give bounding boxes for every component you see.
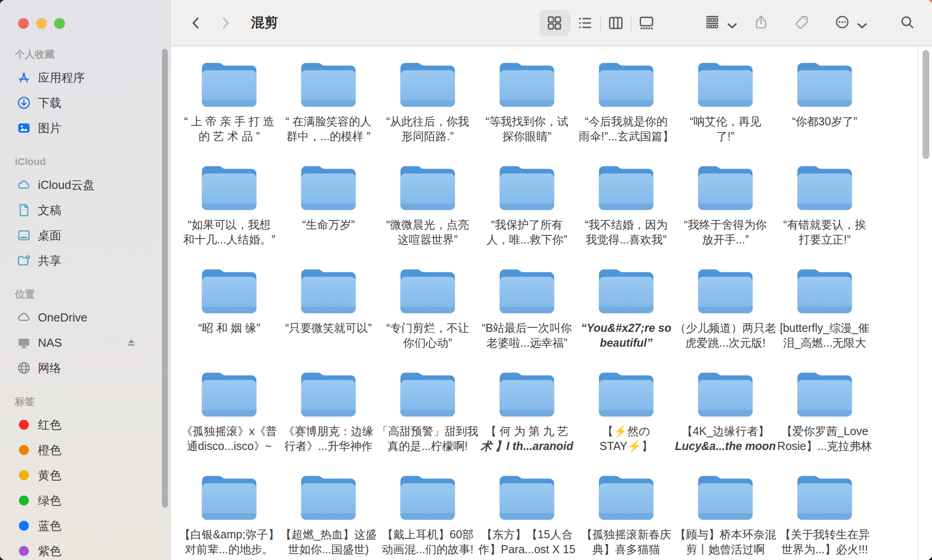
folder-name: 《赛博朋克：边缘行者》...升华神作	[283, 424, 374, 454]
folder-item[interactable]: “生命万岁”	[279, 162, 378, 266]
folder-item[interactable]: “B站最后一次叫你老婆啦...远幸福”	[477, 266, 577, 369]
folder-name-line: “你都30岁了”	[792, 114, 857, 129]
sidebar-item-下载[interactable]: 下载	[0, 90, 160, 115]
folder-item[interactable]: 【超燃_热血】这盛世如你...国盛世)	[279, 472, 378, 560]
folder-item[interactable]: “ 上 帝 亲 手 打 造的 艺 术 品 ”	[180, 59, 279, 162]
folder-name-line: “微微晨光，点亮	[386, 217, 469, 232]
folder-item[interactable]: “如果可以，我想和十几...人结婚。”	[180, 162, 279, 266]
lightning-bolt-emoji: ⚡	[627, 440, 641, 452]
sidebar-item-tag-5[interactable]: 紫色	[0, 538, 160, 560]
folder-icon	[692, 266, 759, 316]
sidebar-item-网络[interactable]: 网络	[0, 355, 160, 381]
forward-button[interactable]	[217, 15, 233, 31]
view-list-button[interactable]	[570, 10, 600, 36]
folder-name: 《孤独摇滚》x《普通disco...isco》~	[181, 424, 277, 454]
folder-item[interactable]: 【⚡然のSTAY⚡】	[577, 369, 676, 472]
folder-name-line: “今后我就是你的	[578, 114, 674, 129]
folder-name-line: 术 】I th...aranoid	[480, 439, 573, 454]
folder-name-line: 作】Para...ost X 15	[478, 542, 575, 557]
folder-item[interactable]: “昭 和 姻 缘”	[180, 266, 279, 369]
folder-item[interactable]: “我不结婚，因为我觉得...喜欢我”	[577, 162, 676, 266]
tag-icon	[794, 14, 811, 32]
folder-item[interactable]: 【爱你罗茜_LoveRosie】...克拉弗林	[775, 369, 874, 472]
sidebar-item-桌面[interactable]: 桌面	[0, 223, 160, 248]
folder-name: “微微晨光，点亮这喧嚣世界”	[386, 217, 469, 247]
folder-item[interactable]: 【孤独摇滚新春庆典】喜多猫猫	[577, 472, 676, 560]
folder-item[interactable]: [butterfly_综漫_催泪_高燃...无限大	[775, 266, 874, 369]
sidebar-item-tag-1[interactable]: 橙色	[0, 437, 160, 463]
folder-icon	[196, 59, 263, 110]
close-button[interactable]	[18, 18, 29, 29]
more-button[interactable]	[835, 14, 864, 32]
share-button[interactable]	[753, 14, 771, 32]
folder-name-line: 放开手...”	[684, 232, 766, 247]
folder-item[interactable]: “我保护了所有人，唯...救下你”	[477, 162, 577, 266]
group-button[interactable]	[705, 14, 734, 32]
view-icons-button[interactable]	[540, 10, 569, 36]
tag-button[interactable]	[794, 14, 811, 32]
sidebar-item-共享[interactable]: 共享	[0, 248, 160, 273]
folder-name: 「高甜预警」甜到我真的是...柠檬啊!	[377, 424, 479, 454]
folder-name: “你都30岁了”	[792, 114, 857, 129]
folder-item[interactable]: 【关于我转生在异世界为...】必火!!!	[775, 472, 874, 560]
folder-name: “我保护了所有人，唯...救下你”	[486, 217, 567, 247]
folder-item[interactable]: “从此往后，你我形同陌路.”	[378, 59, 477, 162]
folder-item[interactable]: 《赛博朋克：边缘行者》...升华神作	[279, 369, 378, 472]
folder-item[interactable]: 「高甜预警」甜到我真的是...柠檬啊!	[378, 369, 477, 472]
sidebar-item-label: 桌面	[38, 228, 61, 243]
folder-item[interactable]: “等我找到你，试探你眼睛”	[477, 59, 577, 162]
folder-item[interactable]: 《孤独摇滚》x《普通disco...isco》~	[180, 369, 279, 472]
sidebar-item-图片[interactable]: 图片	[0, 115, 160, 141]
folder-item[interactable]: “有错就要认，挨打要立正!”	[775, 162, 874, 266]
back-button[interactable]	[189, 15, 204, 31]
folder-name: “You&#x27;re sobeautiful”	[581, 321, 672, 350]
sidebar-item-文稿[interactable]: 文稿	[0, 197, 160, 223]
folder-item[interactable]: 【戴上耳机】60部动画混...们的故事!	[378, 472, 477, 560]
sidebar-item-tag-2[interactable]: 黄色	[0, 463, 160, 488]
folder-item[interactable]: “我终于舍得为你放开手...”	[676, 162, 775, 266]
folder-item[interactable]: 【顾与】桥本环奈混剪丨她曾活过啊	[676, 472, 775, 560]
gallery-view-icon	[638, 15, 655, 31]
folder-name-line: 典】喜多猫猫	[581, 542, 671, 557]
sidebar-item-tag-0[interactable]: 红色	[0, 412, 160, 437]
sidebar-item-OneDrive[interactable]: OneDrive	[0, 305, 160, 330]
folder-item[interactable]: “今后我就是你的雨伞!”...玄武国篇】	[577, 59, 676, 162]
sidebar-item-tag-3[interactable]: 绿色	[0, 488, 160, 513]
minimize-button[interactable]	[36, 18, 47, 29]
zoom-button[interactable]	[54, 18, 65, 29]
eject-icon[interactable]	[125, 336, 138, 349]
folder-name-line: 世界为...】必火!!!	[780, 542, 870, 557]
folder-icon	[593, 369, 660, 419]
folder-item[interactable]: “You&#x27;re sobeautiful”	[577, 266, 676, 369]
folder-name-line: beautiful”	[581, 335, 672, 350]
content-scrollbar[interactable]	[923, 50, 929, 159]
folder-name: “我不结婚，因为我觉得...喜欢我”	[585, 217, 667, 247]
view-gallery-button[interactable]	[632, 10, 661, 36]
folder-item[interactable]: 【白银&amp;弥子】对前辈...的地步。	[180, 472, 279, 560]
folder-grid: “ 上 帝 亲 手 打 造的 艺 术 品 ”“ 在满脸笑容的人群中，...的模样…	[171, 46, 932, 560]
sidebar-scrollbar[interactable]	[162, 49, 168, 508]
folder-item[interactable]: 【4K_边缘行者】Lucy&a...the moon	[676, 369, 775, 472]
folder-name-line: 「高甜预警」甜到我	[377, 424, 479, 439]
folder-icon	[791, 369, 858, 419]
folder-item[interactable]: （少儿频道）两只老虎爱跳...次元版!	[676, 266, 775, 369]
folder-item[interactable]: “ 在满脸笑容的人群中，...的模样 ”	[279, 59, 378, 162]
view-columns-button[interactable]	[601, 10, 631, 36]
folder-item[interactable]: 【 何 为 第 九 艺术 】I th...aranoid	[477, 369, 577, 472]
sidebar-item-label: 蓝色	[38, 518, 61, 534]
sidebar-item-NAS[interactable]: NAS	[0, 330, 160, 355]
sidebar-item-tag-4[interactable]: 蓝色	[0, 513, 160, 538]
sidebar-item-应用程序[interactable]: 应用程序	[0, 65, 160, 90]
folder-item[interactable]: 【东方】【15人合作】Para...ost X 15	[477, 472, 577, 560]
folder-name-line: 【爱你罗茜_Love	[777, 424, 872, 439]
folder-item[interactable]: “专门剪烂，不让你们心动”	[378, 266, 477, 369]
folder-item[interactable]: “只要微笑就可以”	[279, 266, 378, 369]
folder-name-line: 和十几...人结婚。”	[183, 232, 275, 247]
sidebar: 个人收藏应用程序下载图片iCloudiCloud云盘文稿桌面共享位置OneDri…	[0, 0, 171, 560]
folder-item[interactable]: “你都30岁了”	[775, 59, 874, 162]
sidebar-item-iCloud云盘[interactable]: iCloud云盘	[0, 172, 160, 197]
folder-item[interactable]: “微微晨光，点亮这喧嚣世界”	[378, 162, 477, 266]
search-button[interactable]	[900, 14, 917, 32]
folder-item[interactable]: “呐艾伦，再见了!”	[676, 59, 775, 162]
folder-icon	[394, 162, 461, 213]
